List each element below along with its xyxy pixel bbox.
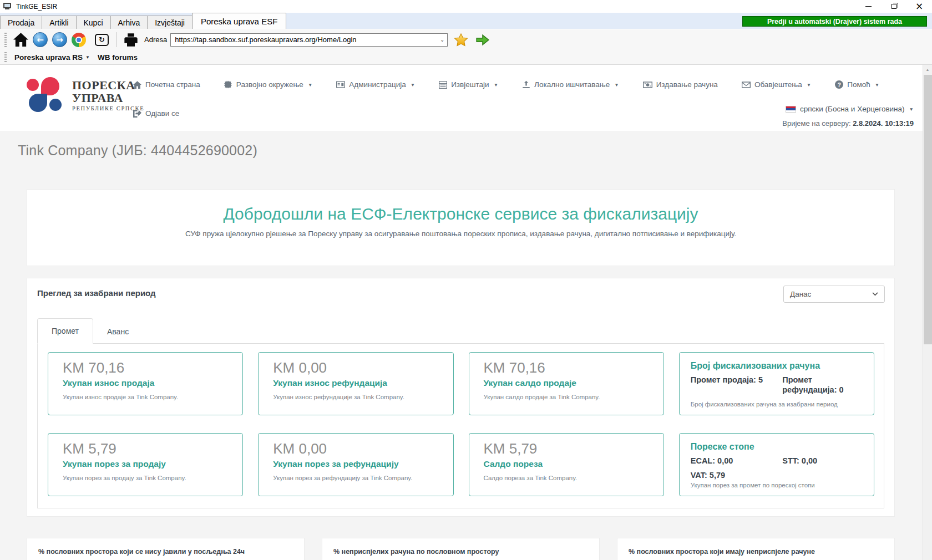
bookmark-label: Poreska uprava RS	[14, 53, 83, 62]
nav-item-help[interactable]: ? Помоћ ▼	[835, 80, 879, 89]
card-value: KM 0,00	[273, 441, 443, 457]
card-total-sales: KM 70,16 Укупан износ продаја Укупан изн…	[48, 352, 243, 415]
url-dropdown-icon[interactable]: ⌄	[437, 37, 447, 43]
panel-label: % пословних простора који имају неприспј…	[629, 548, 883, 556]
home-button-icon[interactable]	[13, 33, 28, 47]
nav-item-local-reading[interactable]: Локално ишчитавање ▼	[522, 80, 619, 89]
fiscal-sales-count: Промет продаја: 5	[691, 375, 782, 395]
welcome-heading: Добродошли на ЕСФ-Електронске сервисе за…	[27, 205, 894, 223]
bookmark-poreska-uprava-rs[interactable]: Poreska uprava RS ▼	[14, 53, 90, 62]
card-title: Укупан износ продаја	[63, 378, 232, 388]
card-value: KM 70,16	[484, 360, 654, 376]
bookmark-wb-forums[interactable]: WB forums	[98, 53, 138, 62]
period-value: Данас	[790, 290, 811, 298]
panel-label: % неприспјелих рачуна по пословном прост…	[333, 548, 588, 556]
card-total-refunds: KM 0,00 Укупан износ рефундација Укупан …	[258, 352, 453, 415]
chevron-down-icon: ▼	[411, 82, 415, 88]
tab-prodaja[interactable]: Prodaja	[0, 16, 42, 29]
browser-toolbar: ← → ↻ Adresa ⌄	[0, 29, 932, 50]
card-desc: Салдо пореза за Tink Company.	[484, 475, 654, 481]
nav-label: Обавјештења	[754, 80, 802, 89]
logout-label: Одјави се	[145, 109, 179, 118]
minimize-icon	[865, 6, 872, 7]
chrome-browser-icon[interactable]	[72, 33, 86, 47]
tab-avans[interactable]: Аванс	[93, 319, 143, 344]
tab-izvjestaji[interactable]: Izvještaji	[147, 16, 193, 29]
back-button[interactable]: ←	[33, 32, 48, 47]
overview-panel: Преглед за изабрани период Данас Промет …	[27, 278, 895, 517]
address-label: Adresa	[144, 35, 167, 44]
poreska-uprava-logo[interactable]: ПОРЕСКА УПРАВА РЕПУБЛИКЕ СРПСКЕ	[27, 77, 144, 114]
tab-artikli[interactable]: Artikli	[42, 16, 76, 29]
tab-kupci[interactable]: Kupci	[76, 16, 111, 29]
panel-inactive-locations-24h: % пословних простора који се нису јавили…	[27, 538, 305, 560]
bottom-panels: % пословних простора који се нису јавили…	[27, 538, 895, 560]
card-desc: Укупан порез за продају за Tink Company.	[63, 475, 232, 481]
address-bar: ⌄	[170, 33, 448, 47]
card-value: KM 5,79	[484, 441, 654, 457]
nav-item-dev-environment[interactable]: Развојно окружење ▼	[224, 80, 312, 89]
nav-item-administration[interactable]: Администрација ▼	[336, 80, 415, 89]
tab-label: Arhiva	[118, 18, 140, 27]
scrollbar-up-arrow-icon[interactable]: ▲	[923, 65, 932, 74]
language-selector[interactable]: српски (Босна и Херцеговина) ▼	[786, 105, 914, 113]
server-time: Вријеме на серверу: 2.8.2024. 10:13:19	[782, 119, 914, 128]
tax-rate-ecal: ECAL: 0,00	[691, 456, 782, 466]
nav-label: Локално ишчитавање	[534, 80, 610, 89]
nav-label: Развојно окружење	[236, 80, 303, 89]
card-title: Укупан салдо продаје	[484, 378, 654, 388]
language-label: српски (Босна и Херцеговина)	[800, 105, 905, 113]
chevron-down-icon: ▼	[875, 82, 879, 88]
switch-to-driver-mode-button[interactable]: Predji u automatski (Drajver) sistem rad…	[742, 16, 927, 27]
close-icon: ×	[915, 2, 923, 11]
card-title: Број фискализованих рачуна	[691, 361, 864, 371]
nav-item-notifications[interactable]: Обавјештења ▼	[742, 80, 811, 89]
invoice-icon	[643, 82, 652, 88]
forward-button[interactable]: →	[52, 32, 67, 47]
go-arrow-icon[interactable]	[475, 33, 490, 47]
tab-poreska-uprava-esf[interactable]: Poreska uprava ESF	[192, 13, 286, 29]
help-icon: ?	[835, 80, 843, 89]
close-button[interactable]: ×	[906, 0, 932, 13]
card-value: KM 5,79	[63, 441, 232, 457]
scrollbar-thumb[interactable]	[924, 75, 932, 344]
nav-label: Помоћ	[847, 80, 870, 89]
bookmark-label: WB forums	[98, 53, 138, 62]
card-title: Укупан порез за продају	[63, 459, 232, 469]
server-time-label: Вријеме на серверу:	[782, 119, 850, 128]
page-scrollbar[interactable]: ▲	[923, 65, 932, 560]
tab-arhiva[interactable]: Arhiva	[110, 16, 148, 29]
fiscal-refund-count: Промет рефундација: 0	[782, 375, 864, 395]
gear-icon	[224, 80, 232, 89]
period-select[interactable]: Данас	[783, 286, 885, 303]
overview-title: Преглед за изабрани период	[37, 288, 156, 298]
tab-label: Izvještaji	[155, 18, 185, 27]
card-desc: Укупан износ рефундације за Tink Company…	[273, 394, 443, 400]
bookmarks-grip[interactable]	[4, 52, 7, 62]
card-desc: Укупан порез за рефундацију за Tink Comp…	[273, 475, 443, 481]
card-title: Укупан порез за рефундацију	[273, 459, 443, 469]
print-button-icon[interactable]	[123, 32, 139, 48]
card-desc: Број фискализованих рачуна за изабрани п…	[691, 401, 868, 408]
app-window-icon	[3, 3, 12, 10]
report-icon	[439, 81, 447, 89]
nav-label: Издавање рачуна	[656, 80, 718, 89]
open-window-button[interactable]: ↻	[95, 34, 109, 46]
nav-item-home[interactable]: Почетна страна	[133, 80, 200, 89]
logout-link[interactable]: Одјави се	[133, 109, 179, 118]
chevron-down-icon: ▼	[807, 82, 811, 88]
restore-button[interactable]	[881, 0, 906, 13]
url-input[interactable]	[171, 35, 437, 44]
tax-rate-vat: VAT: 5,79	[691, 471, 864, 480]
tab-promet[interactable]: Промет	[37, 318, 93, 344]
panel-pending-invoices-by-location: % неприспјелих рачуна по пословном прост…	[322, 538, 600, 560]
window-title: TinkGE_ESIR	[16, 3, 57, 11]
favorites-star-icon[interactable]	[454, 33, 468, 47]
chevron-down-icon: ▼	[308, 82, 312, 88]
card-value: KM 0,00	[273, 360, 443, 376]
nav-item-invoice-issuing[interactable]: Издавање рачуна	[643, 80, 718, 89]
toolbar-grip[interactable]	[4, 33, 7, 47]
nav-item-reports[interactable]: Извјештаји ▼	[439, 80, 498, 89]
card-tax-balance: KM 5,79 Салдо пореза Салдо пореза за Tin…	[469, 433, 664, 496]
minimize-button[interactable]	[855, 0, 881, 13]
